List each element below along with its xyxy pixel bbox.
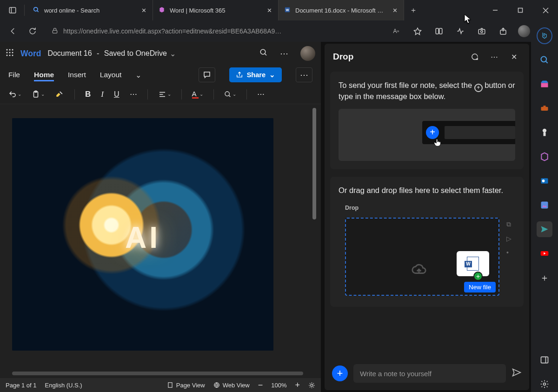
workspace: Word Document 16 - Saved to OneDrive ⌄ ⋯… [0,42,531,392]
word-brand[interactable]: Word [20,49,41,59]
word-doc-icon: W [284,7,291,14]
youtube-icon[interactable] [537,246,552,261]
share-button[interactable]: Share ⌄ [229,67,282,82]
bing-chat-icon[interactable] [537,28,552,44]
svg-point-51 [311,384,313,386]
m365-icon[interactable] [537,149,552,165]
svg-line-3 [37,10,39,12]
browser-tab[interactable]: W Document 16.docx - Microsoft W… ✕ [279,0,404,20]
profile-avatar[interactable] [518,25,530,37]
close-icon[interactable]: ✕ [266,7,272,13]
tab-layout[interactable]: Layout [100,69,122,81]
browser-tab[interactable]: Word | Microsoft 365 ✕ [153,0,279,20]
horizontal-scrollbar[interactable] [12,372,303,375]
favorite-button[interactable] [411,25,424,38]
demo-side-icons: ⧉ ▷ • [506,220,512,256]
share-button[interactable] [497,25,510,38]
close-icon[interactable]: ✕ [140,7,147,13]
image-creator-icon[interactable] [537,197,552,213]
url-field[interactable]: https://onedrive.live.com/edit.aspx?acti… [46,24,383,39]
zoom-out-button[interactable]: − [258,380,263,390]
add-button[interactable]: + [332,365,348,381]
back-button[interactable] [7,25,20,38]
tab-actions-button[interactable] [4,0,21,20]
comments-button[interactable] [199,67,215,82]
svg-point-47 [225,92,229,96]
add-sidebar-button[interactable]: ＋ [537,270,552,286]
more-font-button[interactable]: ⋯ [128,90,139,99]
image-caption: AI [125,220,160,255]
align-button[interactable]: ⌄ [156,90,173,99]
tab-insert[interactable]: Insert [68,69,86,81]
doc-title[interactable]: Document 16 - Saved to OneDrive ⌄ [47,49,176,58]
svg-line-18 [546,61,548,63]
m365-icon [159,7,165,14]
note-input[interactable]: Write a note to yourself [353,364,506,383]
more-button[interactable]: ⋯ [280,48,288,59]
language-indicator[interactable]: English (U.S.) [45,382,82,389]
send-button[interactable] [512,367,522,379]
search-icon[interactable] [259,48,268,59]
paste-button[interactable]: ⌄ [30,90,46,99]
ribbon-tabs: File Home Insert Layout ⌄ Share ⌄ ⋯ [0,65,321,85]
shopping-icon[interactable] [537,76,552,92]
italic-button[interactable]: I [99,90,106,99]
separator [213,89,214,100]
drop-title: Drop [333,52,353,62]
bold-button[interactable]: B [83,90,93,99]
drop-hint-card: To send your first file or note, select … [330,72,524,169]
svg-point-39 [12,54,13,56]
new-file-pill: New file [464,282,496,292]
close-button[interactable]: ✕ [507,53,521,61]
new-tab-button[interactable]: ＋ [404,0,423,20]
more-button[interactable]: ⋯ [487,53,501,61]
split-screen-button[interactable] [432,25,445,38]
demo-title: Drop [345,205,509,211]
more-button[interactable]: ⋯ [296,67,312,82]
find-button[interactable]: ⌄ [222,91,238,98]
app-launcher-icon[interactable] [6,48,14,59]
minimize-button[interactable] [483,0,508,20]
web-view-button[interactable]: Web View [213,382,250,389]
page-indicator[interactable]: Page 1 of 1 [6,382,37,389]
format-painter-button[interactable] [53,90,66,99]
settings-icon[interactable] [537,376,552,392]
page-view-button[interactable]: Page View [167,382,205,389]
zoom-in-button[interactable]: + [295,380,300,390]
tools-icon[interactable] [537,100,552,116]
ai-art-image: AI [12,118,273,351]
performance-button[interactable] [454,25,467,38]
close-button[interactable] [533,0,558,20]
zoom-level[interactable]: 100% [271,382,286,389]
document-canvas[interactable]: AI [0,104,321,378]
document-image[interactable]: AI [12,118,273,351]
screenshot-button[interactable] [475,25,488,38]
browser-tab[interactable]: word online - Search ✕ [27,0,153,20]
tab-file[interactable]: File [8,69,20,81]
sync-button[interactable] [468,53,482,61]
tab-home[interactable]: Home [34,69,54,81]
underline-button[interactable]: U [112,90,121,99]
svg-line-41 [265,53,266,55]
vertical-scrollbar[interactable] [312,108,316,219]
refresh-button[interactable] [26,25,39,38]
brightness-icon[interactable] [308,382,315,389]
font-color-button[interactable]: A⌄ [190,90,205,99]
svg-rect-28 [541,357,548,363]
drop-icon[interactable] [537,221,552,237]
undo-button[interactable]: ⌄ [7,90,23,99]
note-placeholder: Write a note to yourself [360,370,432,378]
user-avatar[interactable] [300,46,315,61]
more-commands-button[interactable]: ⋯ [255,90,266,99]
close-icon[interactable]: ✕ [392,7,398,13]
games-icon[interactable] [537,125,552,140]
read-aloud-button[interactable]: A» [390,25,403,38]
send-icon: ▷ [506,235,512,242]
search-icon[interactable] [537,52,552,68]
outlook-icon[interactable] [537,173,552,189]
svg-point-34 [7,52,8,53]
chevron-down-icon[interactable]: ⌄ [135,71,141,80]
maximize-button[interactable] [508,0,533,20]
drop-header: Drop ⋯ ✕ [325,44,529,70]
sidebar-toggle-button[interactable] [537,352,552,368]
